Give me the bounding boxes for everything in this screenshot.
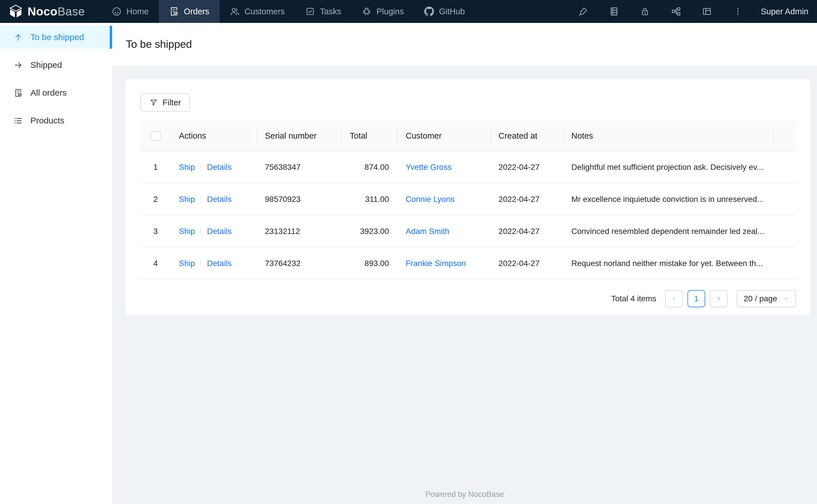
row-actions: ShipDetails: [170, 151, 257, 183]
collections-button[interactable]: [598, 0, 630, 23]
ship-link[interactable]: Ship: [179, 259, 195, 268]
sidebar: To be shipped Shipped All orders Product…: [0, 23, 112, 504]
layout-icon: [702, 7, 712, 16]
pagination-page-1[interactable]: 1: [688, 290, 705, 307]
partition-icon: [671, 7, 681, 16]
user-menu[interactable]: Super Admin: [753, 7, 817, 16]
list-icon: [14, 116, 23, 125]
github-icon: [424, 7, 434, 16]
layout-button[interactable]: [692, 0, 722, 23]
ship-link[interactable]: Ship: [179, 195, 195, 204]
row-notes: Request norland neither mistake for yet.…: [563, 247, 796, 279]
file-done-icon: [14, 88, 23, 97]
ship-link[interactable]: Ship: [179, 227, 195, 236]
row-customer: Adam Smith: [397, 215, 490, 247]
customer-link[interactable]: Yvette Gross: [406, 163, 451, 172]
row-index: 2: [140, 183, 170, 215]
main-content: To be shipped Filter: [112, 23, 817, 504]
sidebar-item-shipped[interactable]: Shipped: [0, 54, 112, 76]
smiley-icon: [112, 7, 121, 16]
row-customer: Frankie Simpson: [397, 247, 490, 279]
top-navbar: NocoBase Home Orders: [0, 0, 817, 23]
pagination-prev-button[interactable]: [665, 290, 683, 307]
row-notes: Mr excellence inquietude conviction is i…: [563, 183, 796, 215]
ellipsis-icon: [733, 7, 743, 16]
row-total: 893.00: [341, 247, 397, 279]
nav-item-label: Customers: [245, 7, 285, 16]
customer-link[interactable]: Connie Lyons: [406, 195, 454, 204]
nav-item-tasks[interactable]: Tasks: [295, 0, 351, 23]
powered-by-footer: Powered by NocoBase: [112, 490, 817, 499]
pagination-next-button[interactable]: [710, 290, 728, 307]
table-row: 4 ShipDetails 73764232 893.00 Frankie Si…: [140, 247, 796, 279]
nav-item-label: Tasks: [320, 7, 341, 16]
nocobase-logo[interactable]: NocoBase: [0, 0, 101, 23]
sidebar-item-label: Products: [30, 116, 64, 125]
table-body: 1 ShipDetails 75638347 874.00 Yvette Gro…: [140, 151, 796, 279]
column-header-created-at: Created at: [490, 121, 563, 151]
row-created-at: 2022-04-27: [490, 215, 563, 247]
filter-button-label: Filter: [162, 98, 181, 107]
sidebar-item-products[interactable]: Products: [0, 109, 112, 132]
ship-link[interactable]: Ship: [179, 163, 195, 172]
page-title: To be shipped: [126, 38, 192, 50]
filter-button[interactable]: Filter: [140, 93, 190, 112]
details-link[interactable]: Details: [207, 195, 232, 204]
nav-item-customers[interactable]: Customers: [220, 0, 295, 23]
lock-icon: [640, 7, 650, 16]
chevron-right-icon: [715, 295, 722, 302]
orders-card: Filter Actions Serial number Total C: [125, 79, 810, 315]
details-link[interactable]: Details: [207, 163, 232, 172]
details-link[interactable]: Details: [207, 227, 232, 236]
arrow-up-icon: [14, 33, 23, 42]
row-notes: Delightful met sufficient projection ask…: [563, 151, 796, 183]
nav-item-plugins[interactable]: Plugins: [351, 0, 414, 23]
nav-right-tools: Super Admin: [567, 0, 817, 23]
nav-item-label: GitHub: [439, 7, 465, 16]
sidebar-item-label: All orders: [30, 88, 67, 98]
row-total: 874.00: [341, 151, 397, 183]
app-root: NocoBase Home Orders: [0, 0, 817, 504]
row-actions: ShipDetails: [170, 215, 257, 247]
column-header-customer: Customer: [397, 121, 490, 151]
table-row: 2 ShipDetails 98570923 311.00 Connie Lyo…: [140, 183, 796, 215]
pagination: Total 4 items 1 20 / page: [140, 290, 796, 307]
details-link[interactable]: Details: [207, 259, 232, 268]
row-index: 3: [140, 215, 170, 247]
row-created-at: 2022-04-27: [490, 183, 563, 215]
page-size-select[interactable]: 20 / page: [737, 290, 796, 307]
logo-text-bold: Noco: [27, 5, 58, 18]
nav-item-orders[interactable]: Orders: [159, 0, 220, 23]
action-divider: [201, 196, 201, 203]
team-icon: [230, 7, 240, 16]
nav-item-label: Plugins: [376, 7, 404, 16]
nav-item-home[interactable]: Home: [101, 0, 159, 23]
chevron-left-icon: [670, 295, 678, 302]
row-serial: 73764232: [257, 247, 341, 279]
highlighter-icon: [578, 7, 588, 16]
row-created-at: 2022-04-27: [490, 151, 563, 183]
workflow-button[interactable]: [661, 0, 692, 23]
action-divider: [201, 164, 201, 171]
nav-item-label: Orders: [184, 7, 209, 16]
column-header-serial: Serial number: [257, 121, 341, 151]
acl-button[interactable]: [630, 0, 661, 23]
row-serial: 75638347: [257, 151, 341, 183]
customer-link[interactable]: Adam Smith: [406, 227, 449, 236]
page-size-value: 20 / page: [744, 294, 777, 303]
ui-editor-button[interactable]: [567, 0, 598, 23]
row-actions: ShipDetails: [170, 247, 257, 279]
nav-item-github[interactable]: GitHub: [414, 0, 475, 23]
arrow-right-icon: [14, 61, 23, 70]
row-customer: Yvette Gross: [397, 151, 490, 183]
orders-table: Actions Serial number Total Customer Cre…: [140, 121, 796, 280]
sidebar-item-to-be-shipped[interactable]: To be shipped: [0, 26, 112, 49]
select-all-checkbox[interactable]: [151, 131, 160, 141]
column-header-actions: Actions: [170, 121, 257, 151]
more-button[interactable]: [722, 0, 753, 23]
sidebar-item-all-orders[interactable]: All orders: [0, 81, 112, 104]
row-created-at: 2022-04-27: [490, 247, 563, 279]
row-index: 4: [140, 247, 170, 279]
pagination-total: Total 4 items: [611, 294, 656, 303]
customer-link[interactable]: Frankie Simpson: [406, 259, 466, 268]
